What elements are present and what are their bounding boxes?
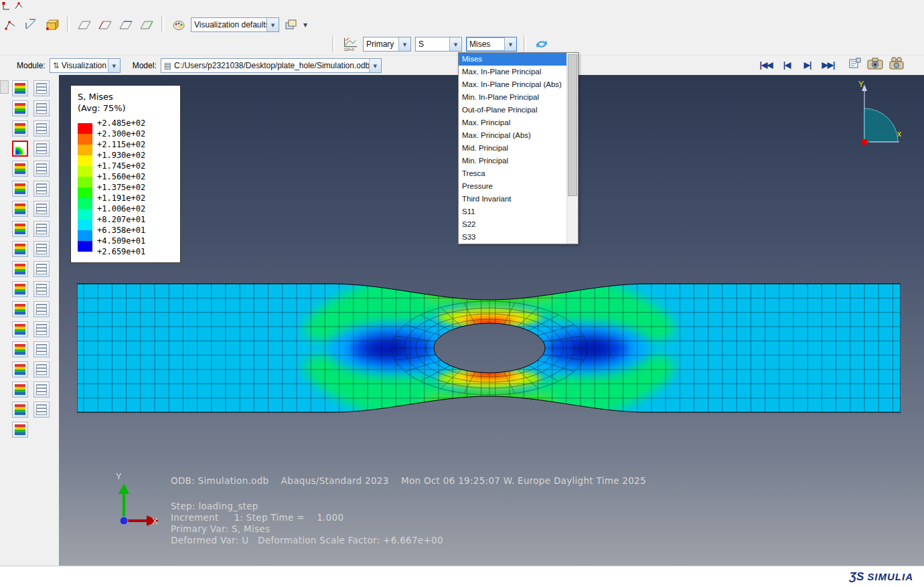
ds-logo-glyph: ƷS bbox=[850, 570, 864, 584]
dropdown-item[interactable]: S33 bbox=[459, 231, 566, 244]
symbol-options-icon[interactable] bbox=[33, 221, 50, 237]
orientation-cube-icon[interactable] bbox=[44, 16, 61, 33]
query-options-icon[interactable] bbox=[33, 281, 50, 297]
dropdown-item[interactable]: Min. In-Plane Principal bbox=[459, 91, 566, 104]
face-glyph-2 bbox=[98, 19, 112, 31]
plot-symbols-icon[interactable] bbox=[12, 221, 28, 237]
field-invariant-combo[interactable]: Mises bbox=[466, 37, 517, 52]
step-line: Step: loading_step bbox=[171, 501, 258, 511]
plot-state-frame-icon[interactable] bbox=[33, 80, 50, 96]
legend-swatch bbox=[78, 145, 92, 155]
edit-feature-icon[interactable] bbox=[14, 1, 23, 11]
dropdown-item[interactable]: Mises bbox=[459, 53, 566, 66]
chevron-down-icon[interactable] bbox=[504, 37, 516, 51]
chevron-down-icon[interactable] bbox=[398, 37, 410, 51]
view-orientation-triad: Y x bbox=[839, 79, 903, 153]
stream-icon[interactable] bbox=[12, 361, 28, 378]
undeformed-options-icon[interactable] bbox=[33, 201, 50, 217]
legend-subtitle: (Avg: 75%) bbox=[78, 102, 180, 114]
dropdown-item[interactable]: Pressure bbox=[459, 180, 566, 193]
dropdown-item[interactable]: Mid. Principal bbox=[459, 142, 566, 155]
dropdown-item[interactable]: Max. Principal (Abs) bbox=[459, 129, 566, 142]
plot-contours-undeformed-icon[interactable] bbox=[12, 161, 28, 177]
tools-icon[interactable] bbox=[12, 422, 28, 438]
face-icon-3[interactable] bbox=[117, 16, 135, 33]
chevron-down-icon[interactable] bbox=[266, 18, 279, 31]
legend-swatch bbox=[78, 123, 92, 134]
datum-csys-icon[interactable] bbox=[2, 1, 11, 11]
spectrum-manager-icon[interactable] bbox=[33, 100, 50, 116]
animate-icon[interactable] bbox=[12, 261, 28, 277]
dropdown-item[interactable]: Max. Principal bbox=[459, 116, 566, 129]
module-combo[interactable]: Visualization bbox=[50, 58, 121, 73]
scrollbar-thumb[interactable] bbox=[568, 54, 577, 196]
plot-state-field-icon[interactable] bbox=[12, 80, 28, 96]
xy-data-icon[interactable] bbox=[33, 321, 50, 337]
stream-options-icon[interactable] bbox=[33, 361, 50, 378]
dropdown-scrollbar[interactable] bbox=[566, 53, 578, 244]
animation-options-icon[interactable] bbox=[33, 261, 50, 277]
legend-swatches bbox=[78, 118, 92, 257]
toolbar-separator bbox=[161, 17, 164, 33]
refresh-sync-icon[interactable] bbox=[533, 35, 550, 53]
panel-handle-icon[interactable] bbox=[0, 80, 9, 94]
face-icon-1[interactable] bbox=[76, 16, 93, 33]
model-combo[interactable]: C:/Users/p2321038/Desktop/plate_hole/Sim… bbox=[161, 58, 382, 73]
face-icon-4[interactable] bbox=[138, 16, 155, 33]
dropdown-item[interactable]: Min. Principal bbox=[459, 155, 566, 167]
field-variable-combo[interactable]: S bbox=[415, 37, 462, 52]
last-frame-button[interactable]: ▶▶| bbox=[821, 58, 836, 72]
view-cut-manager-icon[interactable] bbox=[33, 301, 50, 317]
contour-manager-icon[interactable] bbox=[33, 161, 50, 177]
sketch-polyline-icon[interactable] bbox=[2, 16, 19, 33]
sketch-mini-toolbar bbox=[2, 1, 23, 11]
previous-frame-button[interactable]: |◀ bbox=[779, 58, 794, 72]
contour-options-icon[interactable] bbox=[33, 141, 50, 157]
view-cut-icon[interactable] bbox=[12, 301, 28, 317]
chevron-down-icon[interactable] bbox=[369, 59, 381, 72]
free-body-cut-icon[interactable] bbox=[12, 341, 28, 357]
query-icon[interactable] bbox=[12, 281, 28, 297]
palette-icon[interactable] bbox=[170, 16, 187, 33]
plot-deformed-shape-icon[interactable] bbox=[12, 181, 28, 197]
overlay-dropdown-caret-icon[interactable]: ▾ bbox=[303, 20, 307, 29]
chevron-down-icon[interactable] bbox=[108, 59, 120, 72]
field-position-value: Primary bbox=[364, 37, 398, 51]
free-body-options-icon[interactable] bbox=[33, 341, 50, 357]
dropdown-item[interactable]: Out-of-Plane Principal bbox=[459, 104, 566, 116]
face-icon-2[interactable] bbox=[96, 16, 114, 33]
chart-icon[interactable] bbox=[12, 120, 28, 137]
field-output-dialog-icon[interactable]: 110+0 bbox=[341, 35, 359, 53]
axis-y-label: Y bbox=[116, 471, 122, 481]
triad-y-label: Y bbox=[858, 80, 864, 89]
spectrum-icon[interactable] bbox=[12, 100, 28, 116]
dropdown-item[interactable]: S22 bbox=[459, 218, 566, 231]
snapshot-options-icon[interactable] bbox=[849, 58, 861, 70]
plot-contours-deformed-icon[interactable] bbox=[12, 141, 28, 157]
path-icon[interactable] bbox=[12, 321, 28, 337]
swept-profile-icon[interactable] bbox=[12, 402, 28, 418]
contour-plot[interactable] bbox=[77, 280, 901, 416]
dropdown-item[interactable]: Max. In-Plane Principal bbox=[459, 66, 566, 78]
dropdown-item[interactable]: Third Invariant bbox=[459, 193, 566, 205]
dropdown-item[interactable]: Tresca bbox=[459, 167, 566, 180]
dropdown-item[interactable]: S11 bbox=[459, 205, 566, 218]
chart-manager-icon[interactable] bbox=[33, 120, 50, 137]
dropdown-item[interactable]: Max. In-Plane Principal (Abs) bbox=[459, 78, 566, 91]
ply-options-icon[interactable] bbox=[33, 382, 50, 398]
deformed-options-icon[interactable] bbox=[33, 181, 50, 197]
swept-options-icon[interactable] bbox=[33, 402, 50, 418]
orientation-options-icon[interactable] bbox=[33, 241, 50, 257]
material-orientation-icon[interactable] bbox=[12, 241, 28, 257]
first-frame-button[interactable]: |◀◀ bbox=[759, 58, 773, 72]
field-position-combo[interactable]: Primary bbox=[363, 37, 411, 52]
overlay-layers-icon[interactable] bbox=[283, 16, 300, 33]
video-camera-icon[interactable] bbox=[889, 57, 905, 70]
plot-undeformed-shape-icon[interactable] bbox=[12, 201, 28, 217]
dimension-icon[interactable] bbox=[23, 16, 40, 33]
display-defaults-combo[interactable]: Visualization defaults bbox=[191, 17, 279, 32]
ply-stackup-icon[interactable] bbox=[12, 382, 28, 398]
chevron-down-icon[interactable] bbox=[449, 37, 461, 51]
next-frame-button[interactable]: ▶| bbox=[800, 58, 815, 72]
camera-icon[interactable] bbox=[867, 57, 883, 70]
